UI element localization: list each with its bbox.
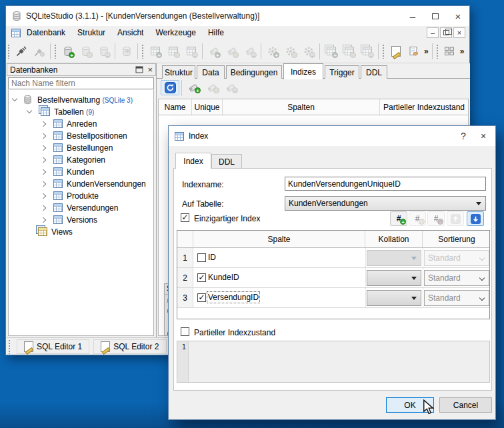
sort-combobox[interactable]: Standard — [424, 290, 489, 306]
add-trigger-button[interactable]: + — [263, 42, 281, 60]
remove-trigger-button[interactable]: - — [299, 42, 317, 60]
move-column-down-button[interactable] — [467, 211, 484, 226]
add-column-button[interactable]: #+ — [390, 211, 407, 226]
add-index-button[interactable]: + — [205, 42, 223, 60]
connect-database-button[interactable] — [12, 42, 30, 60]
mdi-windows-button[interactable] — [441, 42, 459, 60]
tree-item-anreden[interactable]: Anreden — [9, 118, 153, 130]
header-kollation[interactable]: Kollation — [365, 231, 423, 247]
collation-combobox[interactable] — [367, 270, 421, 286]
dialog-tab-ddl[interactable]: DDL — [211, 154, 242, 169]
toolbar-grip[interactable] — [141, 44, 145, 59]
partial-index-editor[interactable]: 1 — [177, 341, 490, 383]
toolbar-overflow-chevron[interactable]: » — [459, 47, 466, 56]
chevron-right-icon[interactable] — [41, 181, 46, 187]
remove-view-button[interactable]: - — [358, 42, 376, 60]
remove-table-button[interactable]: - — [182, 42, 200, 60]
edit-table-button[interactable] — [164, 42, 182, 60]
menu-struktur[interactable]: Struktur — [71, 27, 111, 39]
chevron-right-icon[interactable] — [41, 169, 46, 175]
menu-ansicht[interactable]: Ansicht — [111, 27, 149, 39]
move-column-up-button[interactable] — [447, 211, 464, 226]
chevron-right-icon[interactable] — [41, 205, 46, 211]
window-titlebar[interactable]: SQLiteStudio (3.1.1) - [KundenVersendung… — [6, 6, 469, 26]
tab-indizes[interactable]: Indizes — [283, 63, 323, 79]
toolbar-grip[interactable] — [8, 339, 11, 354]
tree-item-database[interactable]: Bestellverwaltung (SQLite 3) — [9, 94, 153, 106]
chevron-right-icon[interactable] — [41, 193, 46, 199]
auf-tabelle-combobox[interactable]: KundenVersendungen — [285, 196, 486, 211]
tab-sql-editor-1[interactable]: SQL Editor 1 — [17, 339, 89, 354]
tree-item-versions[interactable]: Versions — [9, 214, 153, 226]
column-versendungid-checkbox[interactable]: ✓ — [197, 293, 206, 302]
chevron-right-icon[interactable] — [41, 145, 46, 151]
add-index-button[interactable]: + — [184, 80, 203, 95]
mdi-restore-button[interactable] — [440, 27, 452, 38]
grid-column-name[interactable]: Name — [159, 99, 192, 115]
maximize-button[interactable] — [424, 6, 447, 26]
remove-index-button[interactable]: - — [241, 42, 259, 60]
header-spalte[interactable]: Spalte — [193, 231, 365, 247]
sort-combobox[interactable]: Standard — [424, 270, 489, 286]
toolbar-grip[interactable] — [54, 44, 57, 59]
edit-column-button[interactable]: # — [409, 211, 426, 226]
chevron-right-icon[interactable] — [41, 217, 46, 223]
header-sortierung[interactable]: Sortierung — [423, 231, 491, 247]
tree-item-tabellen[interactable]: Tabellen (9) — [9, 106, 153, 118]
collation-combobox[interactable] — [367, 290, 421, 306]
grid-column-spalten[interactable]: Spalten — [223, 99, 380, 115]
add-database-button[interactable]: + — [59, 42, 77, 60]
dialog-titlebar[interactable]: Index ? × — [169, 126, 495, 146]
remove-column-button[interactable]: #- — [427, 211, 445, 226]
edit-index-button[interactable] — [203, 80, 221, 95]
open-sql-editor-button[interactable] — [387, 42, 405, 60]
tree-filter-input[interactable] — [8, 77, 154, 89]
float-panel-icon[interactable] — [135, 66, 143, 73]
tree-item-produkte[interactable]: Produkte — [9, 190, 153, 202]
tab-struktur[interactable]: Struktur — [162, 65, 195, 79]
partial-index-checkbox[interactable] — [181, 327, 189, 336]
chevron-down-icon[interactable] — [27, 108, 32, 113]
tree-item-kategorien[interactable]: Kategorien — [9, 154, 153, 166]
menu-werkzeuge[interactable]: Werkzeuge — [149, 27, 201, 39]
convert-database-button[interactable] — [117, 42, 135, 60]
mdi-close-button[interactable]: × — [453, 27, 465, 38]
add-table-button[interactable]: + — [146, 42, 164, 60]
chevron-right-icon[interactable] — [41, 157, 46, 163]
edit-view-button[interactable] — [340, 42, 358, 60]
toolbar-grip[interactable] — [7, 44, 11, 59]
column-kundeid-checkbox[interactable]: ✓ — [197, 273, 206, 282]
help-button[interactable]: ? — [455, 129, 471, 143]
edit-index-button[interactable] — [223, 42, 241, 60]
dialog-tab-index[interactable]: Index — [175, 153, 211, 169]
tab-bedingungen[interactable]: Bedingungen — [226, 65, 282, 79]
tree-item-bestellungen[interactable]: Bestellungen — [9, 142, 153, 154]
tree-item-views[interactable]: Views — [9, 226, 153, 238]
remove-database-button[interactable]: - — [95, 42, 113, 60]
toolbar-grip[interactable] — [436, 44, 439, 59]
tree-item-bestellpositionen[interactable]: Bestellpositionen — [9, 130, 153, 142]
toolbar-grip[interactable] — [382, 44, 385, 59]
close-button[interactable]: × — [447, 6, 469, 26]
chevron-right-icon[interactable] — [41, 121, 46, 127]
minimize-button[interactable]: – — [401, 6, 424, 26]
grid-column-unique[interactable]: Unique — [192, 99, 223, 115]
chevron-down-icon[interactable] — [12, 96, 17, 101]
tab-ddl[interactable]: DDL — [361, 65, 387, 79]
close-panel-icon[interactable]: × — [147, 65, 153, 75]
column-id-checkbox[interactable] — [197, 253, 206, 262]
menu-hilfe[interactable]: Hilfe — [202, 27, 230, 39]
tab-trigger[interactable]: Trigger — [325, 65, 359, 79]
edit-database-button[interactable] — [77, 42, 95, 60]
toolbar-overflow-chevron[interactable]: » — [423, 47, 430, 56]
mdi-minimize-button[interactable]: – — [427, 27, 439, 38]
indexname-input[interactable] — [285, 177, 486, 191]
add-view-button[interactable]: + — [322, 42, 340, 60]
tree-item-versendungen[interactable]: Versendungen — [9, 202, 153, 214]
menu-datenbank[interactable]: Datenbank — [21, 27, 71, 39]
remove-index-button[interactable]: - — [221, 80, 240, 95]
dialog-close-button[interactable]: × — [475, 129, 491, 143]
refresh-indizes-button[interactable] — [161, 80, 179, 95]
chevron-right-icon[interactable] — [41, 133, 46, 139]
disconnect-database-button[interactable] — [30, 42, 48, 60]
